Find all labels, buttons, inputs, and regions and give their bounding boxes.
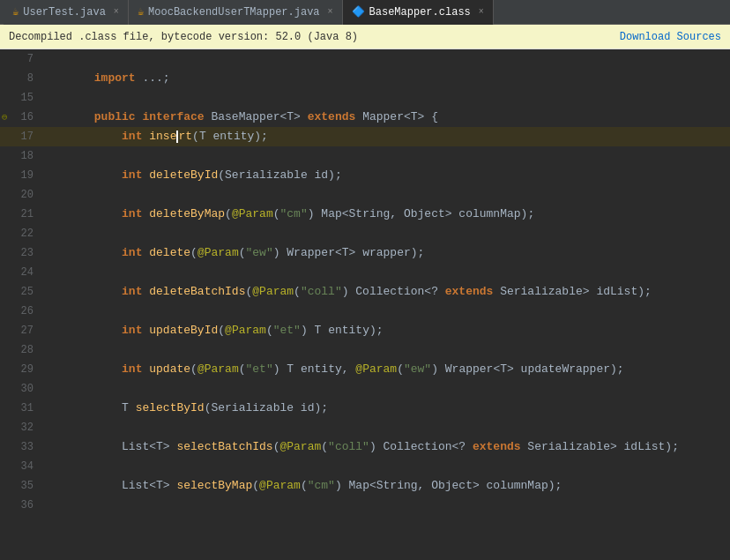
line-num-30: 30 xyxy=(0,379,42,399)
line-num-25: 25 xyxy=(0,282,42,302)
tab-base-mapper[interactable]: 🔷 BaseMapper.class × xyxy=(343,0,494,25)
code-line-35: 35 List<T> selectByMap(@Param("cm") Map<… xyxy=(0,476,730,496)
line-num-21: 21 xyxy=(0,205,42,224)
info-bar: Decompiled .class file, bytecode version… xyxy=(0,25,730,49)
line-num-28: 28 xyxy=(0,340,42,360)
download-sources-link[interactable]: Download Sources xyxy=(620,31,721,43)
line-num-29: 29 xyxy=(0,360,42,379)
line-num-26: 26 xyxy=(0,302,42,321)
line-num-31: 31 xyxy=(0,399,42,418)
fold-arrow-16[interactable]: ⊖ xyxy=(2,108,8,127)
close-tab-user-test[interactable]: × xyxy=(114,7,119,17)
code-line-31: 31 T selectById(Serializable id); xyxy=(0,399,730,418)
line-num-23: 23 xyxy=(0,243,42,263)
line-num-36: 36 xyxy=(0,496,42,515)
close-tab-mooc-mapper[interactable]: × xyxy=(328,7,333,17)
code-line-25: 25 int deleteBatchIds(@Param("coll") Col… xyxy=(0,282,730,302)
code-line-21: 21 int deleteByMap(@Param("cm") Map<Stri… xyxy=(0,205,730,224)
line-num-33: 33 xyxy=(0,437,42,457)
tab-label-3: BaseMapper.class xyxy=(369,6,471,19)
line-num-16: ⊖ 16 xyxy=(0,108,42,127)
code-line-19: 19 int deleteById(Serializable id); xyxy=(0,166,730,185)
line-num-22: 22 xyxy=(0,224,42,243)
line-num-15: 15 xyxy=(0,88,42,108)
code-line-33: 33 List<T> selectBatchIds(@Param("coll")… xyxy=(0,437,730,457)
line-num-32: 32 xyxy=(0,418,42,437)
java-icon: ☕ xyxy=(12,5,19,19)
decompiled-message: Decompiled .class file, bytecode version… xyxy=(9,31,358,43)
line-num-34: 34 xyxy=(0,457,42,476)
class-icon: 🔷 xyxy=(352,5,365,19)
tab-label-2: MoocBackendUserTMapper.java xyxy=(148,6,319,19)
line-num-24: 24 xyxy=(0,263,42,282)
code-line-29: 29 int update(@Param("et") T entity, @Pa… xyxy=(0,360,730,379)
code-line-36: 36 xyxy=(0,496,730,515)
line-num-27: 27 xyxy=(0,321,42,340)
line-num-17: 17 xyxy=(0,127,42,146)
line-num-19: 19 xyxy=(0,166,42,185)
code-editor: 7 8 import ...; 15 ⊖ 16 public interface… xyxy=(0,49,730,560)
code-line-8: 8 import ...; xyxy=(0,69,730,88)
line-num-35: 35 xyxy=(0,476,42,496)
code-line-17: 17 int insert(T entity); xyxy=(0,127,730,146)
tab-mooc-mapper[interactable]: ☕ MoocBackendUserTMapper.java × xyxy=(129,0,343,25)
code-line-23: 23 int delete(@Param("ew") Wrapper<T> wr… xyxy=(0,243,730,263)
close-tab-base-mapper[interactable]: × xyxy=(479,7,484,17)
line-num-18: 18 xyxy=(0,146,42,166)
tab-label: UserTest.java xyxy=(23,6,106,19)
tab-bar: ☕ UserTest.java × ☕ MoocBackendUserTMapp… xyxy=(0,0,730,25)
line-num-20: 20 xyxy=(0,185,42,205)
line-num-8: 8 xyxy=(0,69,42,88)
tab-user-test[interactable]: ☕ UserTest.java × xyxy=(4,0,129,25)
line-num-7: 7 xyxy=(0,49,42,69)
code-line-27: 27 int updateById(@Param("et") T entity)… xyxy=(0,321,730,340)
java-icon-2: ☕ xyxy=(138,5,144,19)
